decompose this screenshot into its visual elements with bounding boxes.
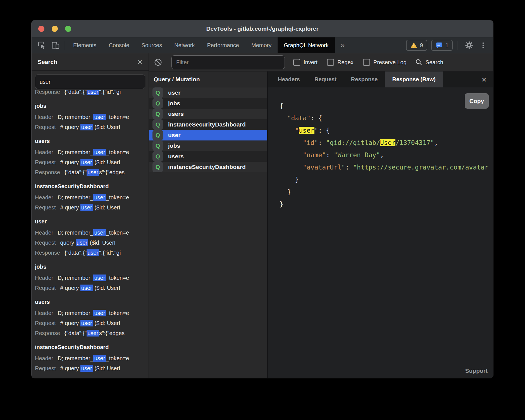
copy-button[interactable]: Copy	[465, 93, 489, 109]
result-line-content: # query user ($id: UserI	[60, 159, 120, 166]
search-result-line[interactable]: Request# query user ($id: UserI	[35, 318, 149, 328]
detail-close-icon[interactable]: ×	[475, 75, 493, 84]
result-line-content: D; remember_user_token=e	[58, 310, 129, 316]
query-list: QuserQjobsQusersQinstanceSecurityDashboa…	[149, 87, 267, 172]
zoom-window-button[interactable]	[65, 26, 71, 32]
result-group-title: user	[35, 217, 149, 226]
result-group-title: instanceSecurityDashboard	[35, 343, 149, 352]
badge-separator	[457, 41, 457, 50]
search-result-line[interactable]: Requestquery user ($id: UserI	[35, 238, 149, 248]
tab-console[interactable]: Console	[102, 37, 135, 53]
result-line-label: Header	[35, 355, 53, 361]
result-line-content: D; remember_user_token=e	[58, 355, 129, 362]
query-list-item-users[interactable]: Qusers	[149, 109, 267, 119]
search-result-line[interactable]: HeaderD; remember_user_token=e	[35, 112, 149, 122]
support-link[interactable]: Support	[465, 367, 488, 374]
search-result-line[interactable]: Request# query user ($id: UserI	[35, 202, 149, 213]
network-search-toggle[interactable]: Search	[415, 58, 443, 66]
highlight-match: user	[80, 365, 93, 372]
json-line: "id": "gid://gitlab/User/13704317",	[280, 137, 493, 149]
json-token: ,	[434, 139, 438, 146]
query-label: instanceSecurityDashboard	[168, 164, 246, 170]
query-panel-title: Query / Mutation	[149, 71, 267, 87]
json-token	[280, 164, 303, 171]
tab-graphql-network[interactable]: GraphQL Network	[278, 37, 335, 53]
search-result-line[interactable]: HeaderD; remember_user_token=e	[35, 192, 149, 202]
search-result-line[interactable]: Request# query user ($id: UserI	[35, 363, 149, 373]
tab-performance[interactable]: Performance	[201, 37, 245, 53]
json-token: "Warren Day"	[334, 151, 380, 159]
query-list-item-user[interactable]: Quser	[149, 87, 267, 98]
result-line-label: Header	[35, 194, 53, 201]
tab-network[interactable]: Network	[168, 37, 201, 53]
checkbox-regex[interactable]: Regex	[327, 59, 354, 66]
query-list-item-jobs[interactable]: Qjobs	[149, 140, 267, 151]
device-toolbar-icon[interactable]	[51, 40, 61, 50]
search-result-line[interactable]: HeaderD; remember_user_token=e	[35, 228, 149, 238]
search-result-line[interactable]: Response{"data":{"users":{"edges	[35, 167, 149, 177]
detail-tab-headers[interactable]: Headers	[271, 71, 307, 87]
tab-sources[interactable]: Sources	[135, 37, 168, 53]
search-result-line[interactable]: Response{"data":{"users":{"edges	[35, 328, 149, 338]
query-type-badge: Q	[152, 151, 163, 162]
kebab-menu-icon[interactable]	[478, 40, 488, 50]
detail-tab-response[interactable]: Response	[344, 71, 385, 87]
json-token: "name"	[303, 151, 326, 159]
search-result-line[interactable]: Request# query user ($id: UserI	[35, 157, 149, 167]
result-line-content: {"data":{"user":{"id":"gi	[65, 249, 121, 256]
json-line: "user": {	[280, 124, 493, 137]
highlight-match: user	[93, 355, 106, 362]
search-result-line[interactable]: Request# query user ($id: UserI	[35, 122, 149, 132]
search-result-line[interactable]: HeaderD; remember_user_token=e	[35, 353, 149, 363]
more-tabs-button[interactable]: »	[335, 37, 350, 53]
inspect-element-icon[interactable]	[37, 40, 47, 50]
detail-tab-request[interactable]: Request	[307, 71, 344, 87]
checkbox-invert[interactable]: Invert	[293, 59, 318, 66]
minimize-window-button[interactable]	[52, 26, 58, 32]
message-bubble-icon	[435, 42, 443, 49]
json-token: /13704317"	[395, 139, 434, 146]
result-line-content: D; remember_user_token=e	[58, 194, 129, 201]
clear-block-icon[interactable]	[153, 57, 163, 67]
settings-gear-icon[interactable]	[464, 40, 474, 50]
search-result-line[interactable]: HeaderD; remember_user_token=e	[35, 147, 149, 157]
query-list-item-instancesecuritydashboard[interactable]: QinstanceSecurityDashboard	[149, 119, 267, 130]
search-result-line[interactable]: HeaderD; remember_user_token=e	[35, 308, 149, 318]
tab-memory[interactable]: Memory	[245, 37, 278, 53]
devtools-body: Search × Response{"data":{"user":{"id":"…	[32, 53, 493, 378]
issues-badge[interactable]: 1	[431, 40, 453, 51]
checkbox-box	[363, 59, 370, 66]
query-list-item-user[interactable]: Quser	[149, 130, 267, 140]
highlight-match: user	[93, 310, 106, 316]
checkbox-label: Preserve Log	[373, 59, 407, 66]
network-area: InvertRegexPreserve Log Search Query / M…	[149, 53, 493, 378]
result-group-title: users	[35, 137, 149, 145]
query-list-item-users[interactable]: Qusers	[149, 151, 267, 162]
filter-input[interactable]	[171, 55, 285, 69]
json-viewer: { "data": { "user": { "id": "gid://gitla…	[268, 87, 493, 378]
json-line: }	[280, 186, 493, 198]
query-list-item-jobs[interactable]: Qjobs	[149, 98, 267, 109]
search-result-line[interactable]: Response{"data":{"user":{"id":"gi	[35, 248, 149, 258]
json-token: :	[326, 151, 334, 159]
devtools-toolbar: ElementsConsoleSourcesNetworkPerformance…	[32, 37, 493, 53]
checkbox-label: Regex	[337, 59, 354, 66]
search-result-line[interactable]: Response{"data":{"user":{"id":"gi	[35, 90, 149, 97]
search-result-line[interactable]: Request# query user ($id: UserI	[35, 283, 149, 293]
json-token: :	[318, 139, 326, 146]
close-window-button[interactable]	[38, 26, 44, 32]
detail-tab-response-raw[interactable]: Response (Raw)	[385, 71, 443, 87]
json-token: }	[280, 176, 299, 183]
checkbox-preserve-log[interactable]: Preserve Log	[363, 59, 407, 66]
result-line-content: # query user ($id: UserI	[60, 124, 120, 130]
warnings-badge[interactable]: 9	[406, 40, 427, 51]
result-line-content: {"data":{"users":{"edges	[65, 330, 125, 337]
search-close-icon[interactable]: ×	[137, 58, 142, 66]
search-result-group: jobsHeaderD; remember_user_token=eReques…	[35, 101, 149, 132]
tab-elements[interactable]: Elements	[67, 37, 102, 53]
search-input[interactable]	[35, 75, 145, 89]
query-list-item-instancesecuritydashboard[interactable]: QinstanceSecurityDashboard	[149, 162, 267, 172]
search-result-line[interactable]: HeaderD; remember_user_token=e	[35, 273, 149, 283]
result-line-content: D; remember_user_token=e	[58, 114, 129, 120]
result-line-content: query user ($id: UserI	[60, 239, 116, 246]
